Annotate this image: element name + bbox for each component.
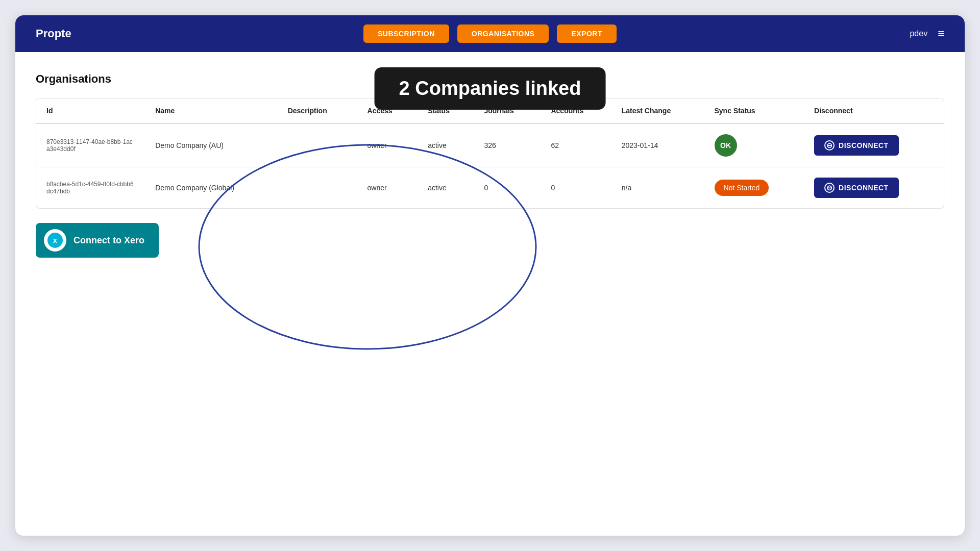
col-name: Name — [145, 98, 278, 123]
organisations-button[interactable]: ORGANISATIONS — [457, 24, 549, 43]
cell-access: owner — [357, 167, 418, 209]
disconnect-label: DISCONNECT — [839, 184, 889, 192]
xero-logo: x — [44, 229, 66, 252]
disconnect-icon: ⊖ — [824, 183, 835, 193]
logo: Propte — [36, 27, 363, 40]
table-row: 870e3313-1147-40ae-b8bb-1aca3e43dd0fDemo… — [36, 123, 944, 167]
cell-disconnect: ⊖DISCONNECT — [804, 167, 944, 209]
cell-description — [278, 167, 357, 209]
tooltip-bubble: 2 Companies linked — [375, 67, 606, 110]
cell-name: Demo Company (Global) — [145, 167, 278, 209]
sync-not-started-badge: Not Started — [715, 180, 769, 196]
connect-xero-label: Connect to Xero — [74, 235, 144, 246]
subscription-button[interactable]: SUBSCRIPTION — [363, 24, 449, 43]
cell-id: 870e3313-1147-40ae-b8bb-1aca3e43dd0f — [36, 123, 145, 167]
cell-id: bffacbea-5d1c-4459-80fd-cbbb6dc47bdb — [36, 167, 145, 209]
svg-text:x: x — [53, 236, 57, 244]
header: Propte SUBSCRIPTION ORGANISATIONS EXPORT… — [15, 15, 965, 52]
tooltip-text: 2 Companies linked — [399, 78, 581, 99]
cell-accounts: 0 — [541, 167, 611, 209]
header-right: pdev ≡ — [617, 27, 944, 40]
cell-status: active — [418, 167, 474, 209]
cell-accounts: 62 — [541, 123, 611, 167]
cell-sync-status: OK — [704, 123, 804, 167]
connect-xero-button[interactable]: x Connect to Xero — [36, 223, 159, 258]
cell-sync-status: Not Started — [704, 167, 804, 209]
col-sync-status: Sync Status — [704, 98, 804, 123]
sync-ok-badge: OK — [715, 134, 737, 157]
header-nav: SUBSCRIPTION ORGANISATIONS EXPORT — [363, 24, 617, 43]
disconnect-button[interactable]: ⊖DISCONNECT — [814, 135, 899, 156]
disconnect-icon: ⊖ — [824, 140, 835, 151]
col-disconnect: Disconnect — [804, 98, 944, 123]
hamburger-icon[interactable]: ≡ — [938, 27, 944, 40]
app-container: Propte SUBSCRIPTION ORGANISATIONS EXPORT… — [15, 15, 965, 536]
cell-access: owner — [357, 123, 418, 167]
disconnect-button[interactable]: ⊖DISCONNECT — [814, 178, 899, 198]
col-latest-change: Latest Change — [611, 98, 704, 123]
cell-name: Demo Company (AU) — [145, 123, 278, 167]
organisations-table-container: Id Name Description Access Status Journa… — [36, 98, 944, 209]
cell-description — [278, 123, 357, 167]
main-content: Organisations 2 Companies linked Id Name… — [15, 52, 965, 536]
username: pdev — [910, 29, 927, 38]
cell-latest-change: 2023-01-14 — [611, 123, 704, 167]
cell-disconnect: ⊖DISCONNECT — [804, 123, 944, 167]
disconnect-label: DISCONNECT — [839, 141, 889, 149]
cell-status: active — [418, 123, 474, 167]
table-row: bffacbea-5d1c-4459-80fd-cbbb6dc47bdbDemo… — [36, 167, 944, 209]
organisations-table: Id Name Description Access Status Journa… — [36, 98, 944, 208]
cell-latest-change: n/a — [611, 167, 704, 209]
col-description: Description — [278, 98, 357, 123]
cell-journals: 326 — [474, 123, 541, 167]
col-id: Id — [36, 98, 145, 123]
export-button[interactable]: EXPORT — [557, 24, 617, 43]
cell-journals: 0 — [474, 167, 541, 209]
